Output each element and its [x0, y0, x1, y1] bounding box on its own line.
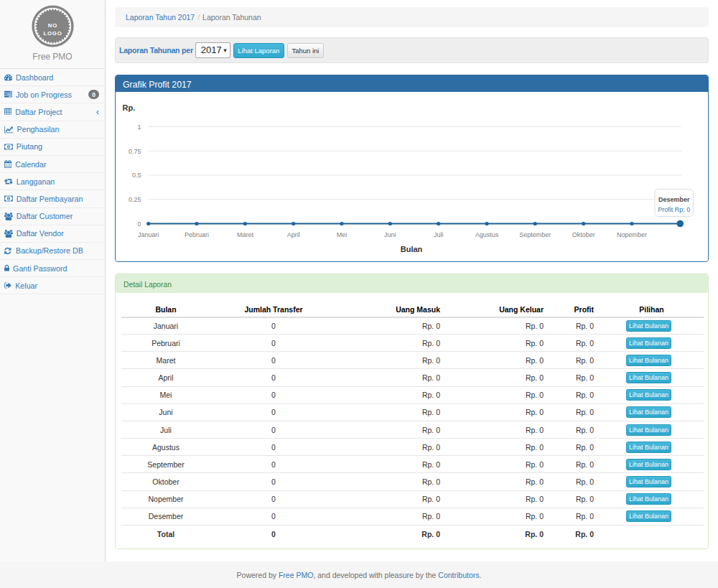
svg-text:Profit Rp: 0: Profit Rp: 0 [658, 206, 690, 213]
svg-text:Mei: Mei [337, 231, 348, 238]
svg-text:0: 0 [137, 220, 141, 228]
svg-text:LOGO: LOGO [43, 30, 62, 37]
svg-text:April: April [287, 231, 300, 238]
svg-text:0.5: 0.5 [132, 172, 141, 179]
svg-text:Oktober: Oktober [572, 231, 595, 238]
svg-text:NO: NO [47, 22, 57, 29]
svg-text:Juli: Juli [434, 231, 444, 238]
svg-text:0.25: 0.25 [129, 196, 141, 203]
svg-text:Desember: Desember [658, 196, 690, 203]
svg-text:Juni: Juni [384, 231, 396, 238]
svg-text:Nopember: Nopember [617, 231, 647, 238]
svg-text:Pebruari: Pebruari [185, 231, 209, 238]
svg-text:Rp.: Rp. [123, 103, 136, 112]
svg-text:Maret: Maret [237, 231, 254, 238]
svg-text:September: September [519, 231, 551, 238]
svg-text:Bulan: Bulan [401, 245, 423, 253]
svg-text:Januari: Januari [138, 231, 159, 238]
svg-text:1: 1 [137, 123, 141, 131]
svg-text:Agustus: Agustus [475, 231, 499, 238]
svg-text:0.75: 0.75 [129, 148, 141, 155]
